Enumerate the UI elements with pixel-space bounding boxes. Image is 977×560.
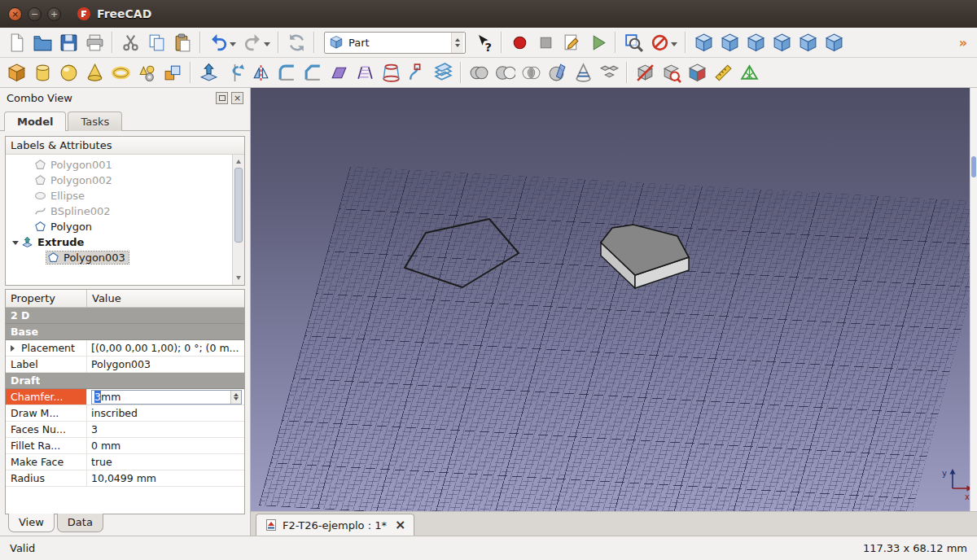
view-rear-button[interactable] [795,29,821,55]
viewport-scrollbar[interactable] [970,88,977,511]
tree-item-extrude[interactable]: Extrude [6,234,244,250]
combo-spinner[interactable] [451,33,463,53]
property-value[interactable]: 3 [87,422,244,437]
document-tab[interactable]: F2-T26-ejemplo : 1* × [256,514,414,536]
shape-builder-button[interactable] [160,59,186,85]
spinner-arrows[interactable] [230,391,241,404]
part-primitives-button[interactable] [134,59,160,85]
paste-button[interactable] [169,29,195,55]
part-ruled-surface-button[interactable] [352,59,378,85]
window-close-button[interactable]: × [8,7,22,21]
open-document-button[interactable] [29,29,55,55]
extruded-solid[interactable] [601,225,689,288]
chevron-down-icon[interactable] [264,42,270,50]
part-make-face-button[interactable] [326,59,352,85]
boolean-union-button[interactable] [466,59,492,85]
property-row-2-d[interactable]: 2 D [6,308,244,324]
chevron-down-icon[interactable] [230,42,236,50]
cross-sections-button[interactable] [570,59,596,85]
property-value[interactable]: 10,0499 mm [87,470,244,486]
part-sphere-button[interactable] [55,59,81,85]
copy-button[interactable] [143,29,169,55]
property-value[interactable]: [(0,00 0,00 1,00); 0 °; (0 m... [87,340,244,356]
tree-item-polygon[interactable]: Polygon [6,219,244,234]
tree-item-polygon003[interactable]: Polygon003 [6,250,244,265]
draw-style-button[interactable] [646,29,681,55]
part-revolve-button[interactable] [221,59,248,85]
tree-item-polygon002[interactable]: Polygon002 [6,173,244,188]
tree-item-content[interactable]: Polygon002 [33,174,116,186]
workbench-selector[interactable]: Part [324,32,466,54]
undo-button[interactable] [205,29,239,55]
window-minimize-button[interactable]: − [28,7,42,21]
color-per-face-button[interactable] [684,59,710,85]
view-isometric-button[interactable] [690,29,716,55]
dock-float-icon[interactable] [216,92,228,104]
measure-linear-button[interactable] [710,59,736,85]
part-offset-button[interactable] [430,59,456,85]
tree-item-content[interactable]: BSpline002 [33,205,113,217]
view-top-button[interactable] [743,29,769,55]
property-value[interactable]: Polygon003 [87,357,244,372]
property-value[interactable]: inscribed [87,405,244,421]
property-value[interactable]: 3 mm [87,389,244,405]
check-geometry-button[interactable] [658,59,684,85]
refresh-button[interactable] [283,29,309,55]
fit-all-button[interactable] [620,29,646,55]
property-value[interactable]: true [87,454,244,470]
cut-button[interactable] [117,29,143,55]
tree-scrollbar-thumb[interactable] [234,168,243,243]
scroll-down-icon[interactable] [233,273,244,285]
part-section-button[interactable] [544,59,570,85]
view-right-button[interactable] [769,29,795,55]
chevron-down-icon[interactable] [671,42,677,50]
defeaturing-button[interactable] [632,59,658,85]
tree-item-content[interactable]: Polygon [33,221,95,233]
tree-item-polygon001[interactable]: Polygon001 [6,157,244,173]
chamfer-size-input[interactable]: 3 mm [91,390,242,405]
boolean-common-button[interactable] [518,59,544,85]
property-row-draft[interactable]: Draft [6,373,244,389]
tree-item-bspline002[interactable]: BSpline002 [6,203,244,219]
tree-item-content[interactable]: Polygon003 [46,252,129,264]
scroll-up-icon[interactable] [233,155,244,166]
property-row-base[interactable]: Base [6,324,244,340]
macro-edit-button[interactable] [559,29,585,55]
tree-scrollbar[interactable] [232,155,244,285]
tree-item-content[interactable]: Polygon001 [33,159,116,171]
boolean-cut-button[interactable] [492,59,518,85]
view-bottom-button[interactable] [821,29,847,55]
part-fillet-button[interactable] [274,59,300,85]
tab-model[interactable]: Model [4,112,66,131]
save-document-button[interactable] [55,29,81,55]
tree-item-ellipse[interactable]: Ellipse [6,188,244,203]
part-chamfer-button[interactable] [300,59,326,85]
part-sweep-button[interactable] [404,59,430,85]
new-document-button[interactable] [3,29,29,55]
3d-viewport[interactable]: y x [251,88,977,511]
tree-item-content[interactable]: Extrude [20,236,87,248]
collapse-arrow-icon[interactable] [11,237,20,248]
part-cylinder-button[interactable] [29,59,55,85]
tree-item-content[interactable]: Ellipse [33,190,88,202]
part-torus-button[interactable] [107,59,134,85]
toolbar-overflow-chevron[interactable]: » [953,35,974,50]
tab-tasks[interactable]: Tasks [68,112,122,131]
tab-close-icon[interactable]: × [395,518,405,532]
window-maximize-button[interactable]: + [47,7,61,21]
macro-stop-button[interactable] [532,29,559,55]
redo-button[interactable] [239,29,274,55]
part-extrude-button[interactable] [195,59,221,85]
property-value[interactable]: 0 mm [87,438,244,453]
tab-view[interactable]: View [8,514,55,532]
view-front-button[interactable] [716,29,743,55]
sketch-pentagon[interactable] [405,219,519,287]
tab-data[interactable]: Data [57,514,103,532]
print-button[interactable] [81,29,107,55]
part-box-button[interactable] [3,59,29,85]
dock-close-icon[interactable]: × [231,92,243,104]
macro-execute-button[interactable] [585,29,611,55]
part-loft-button[interactable] [378,59,404,85]
viewport-scrollbar-thumb[interactable] [971,156,976,177]
part-compound-button[interactable] [596,59,622,85]
